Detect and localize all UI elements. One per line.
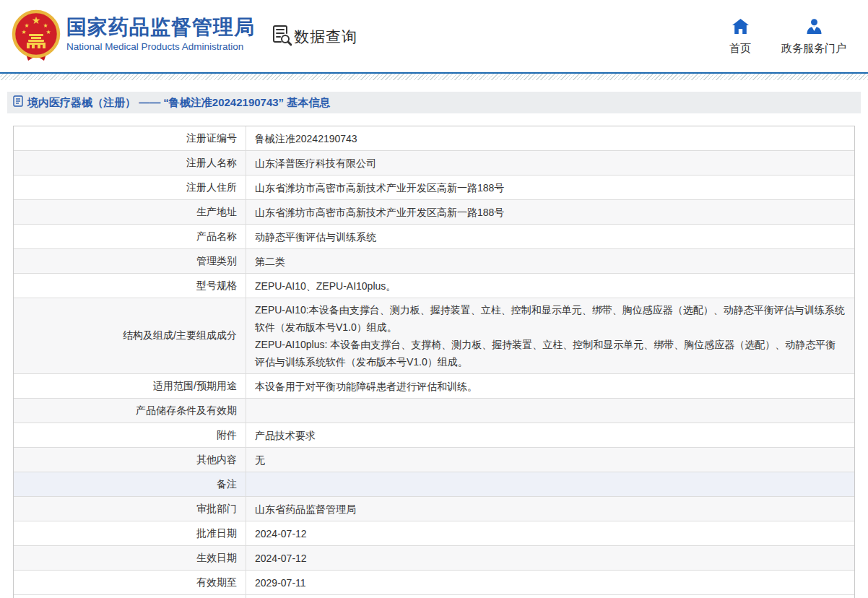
field-value: 第二类	[246, 249, 854, 273]
table-row: 生产地址 山东省潍坊市高密市高新技术产业开发区高新一路188号	[14, 200, 854, 225]
field-value: 山东泽普医疗科技有限公司	[246, 151, 854, 175]
table-row: 注册人住所 山东省潍坊市高密市高新技术产业开发区高新一路188号	[14, 176, 854, 200]
table-row: 注册人名称 山东泽普医疗科技有限公司	[14, 151, 854, 176]
table-row: 适用范围/预期用途 本设备用于对平衡功能障碍患者进行评估和训练。	[14, 374, 854, 399]
field-label: 生效日期	[14, 546, 246, 570]
svg-text:★: ★	[24, 22, 29, 29]
table-row: 注册证编号 鲁械注准20242190743	[14, 126, 854, 151]
field-label: 注册证编号	[14, 126, 246, 150]
field-label: 生产地址	[14, 200, 246, 224]
attachment-link[interactable]: 产品技术要求	[246, 423, 854, 447]
field-label: 注册人住所	[14, 176, 246, 199]
field-value: 动静态平衡评估与训练系统	[246, 225, 854, 248]
table-row: 产品名称 动静态平衡评估与训练系统	[14, 225, 854, 249]
field-value: 鲁械注准20242190743	[246, 126, 854, 150]
nav-item-portal[interactable]: 政务服务门户	[781, 19, 846, 56]
site-header: ★ ★ ★ ★ ★ 国家药品监督管理局 National Medical Pro…	[0, 0, 868, 72]
field-value: ZEPU-AI10、ZEPU-AI10plus。	[246, 274, 854, 298]
field-label: 型号规格	[14, 274, 246, 298]
svg-text:★: ★	[43, 22, 48, 29]
field-value	[246, 595, 854, 598]
field-value: 2029-07-11	[246, 571, 854, 594]
svg-text:★: ★	[21, 29, 26, 35]
table-row: 批准日期 2024-07-12	[14, 521, 854, 546]
table-row: 审批部门 山东省药品监督管理局	[14, 497, 854, 521]
field-value: 山东省潍坊市高密市高新技术产业开发区高新一路188号	[246, 176, 854, 199]
field-label: 批准日期	[14, 521, 246, 545]
field-label: 注册人名称	[14, 151, 246, 175]
field-value: 山东省药品监督管理局	[246, 497, 854, 521]
page-title: 境内医疗器械（注册） —— “鲁械注准20242190743” 基本信息	[27, 96, 330, 110]
table-row: 其他内容 无	[14, 448, 854, 472]
table-row: 有效期至 2029-07-11	[14, 571, 854, 595]
field-label: 备注	[14, 472, 246, 496]
table-row: 结构及组成/主要组成成分 ZEPU-AI10:本设备由支撑台、测力板、握持装置、…	[14, 298, 854, 374]
field-value: 2024-07-12	[246, 546, 854, 570]
field-label: 审批部门	[14, 497, 246, 521]
field-label: 适用范围/预期用途	[14, 374, 246, 398]
top-nav: 首页 政务服务门户	[729, 19, 846, 56]
hatch-divider	[0, 74, 868, 80]
field-label: 产品名称	[14, 225, 246, 248]
table-row: 生效日期 2024-07-12	[14, 546, 854, 571]
field-value: ZEPU-AI10:本设备由支撑台、测力板、握持装置、立柱、控制和显示单元、绑带…	[246, 298, 854, 373]
table-row: 型号规格 ZEPU-AI10、ZEPU-AI10plus。	[14, 274, 854, 298]
field-label: 结构及组成/主要组成成分	[14, 298, 246, 373]
user-icon	[807, 19, 822, 37]
org-name-en: National Medical Products Administration	[66, 41, 255, 52]
field-label: 管理类别	[14, 249, 246, 273]
brand-text: 国家药品监督管理局 National Medical Products Admi…	[66, 15, 255, 52]
home-icon	[732, 19, 749, 37]
table-row: 管理类别 第二类	[14, 249, 854, 274]
field-value: 2024-07-12	[246, 521, 854, 545]
field-label: 其他内容	[14, 448, 246, 472]
field-value: 山东省潍坊市高密市高新技术产业开发区高新一路188号	[246, 200, 854, 224]
field-value	[246, 399, 854, 422]
national-emblem-icon: ★ ★ ★ ★ ★	[9, 8, 64, 63]
field-label: 产品储存条件及有效期	[14, 399, 246, 422]
nav-label-home: 首页	[729, 42, 751, 56]
data-query-label: 数据查询	[294, 27, 357, 47]
document-search-icon	[272, 25, 292, 49]
page-title-banner: 境内医疗器械（注册） —— “鲁械注准20242190743” 基本信息	[7, 92, 861, 113]
field-value	[246, 472, 854, 496]
svg-text:★: ★	[45, 29, 51, 35]
field-label: 有效期至	[14, 571, 246, 594]
nav-item-home[interactable]: 首页	[729, 19, 751, 56]
table-row	[14, 595, 854, 598]
field-value: 本设备用于对平衡功能障碍患者进行评估和训练。	[246, 374, 854, 398]
field-value: 无	[246, 448, 854, 472]
field-label	[14, 595, 246, 598]
table-row: 备注	[14, 472, 854, 497]
svg-text:★: ★	[32, 14, 41, 26]
page: ★ ★ ★ ★ ★ 国家药品监督管理局 National Medical Pro…	[0, 0, 868, 598]
table-row: 产品储存条件及有效期	[14, 399, 854, 423]
field-label: 附件	[14, 423, 246, 447]
document-icon	[13, 95, 23, 110]
data-query-link[interactable]: 数据查询	[272, 25, 357, 49]
org-name-cn: 国家药品监督管理局	[66, 15, 255, 40]
nav-label-portal: 政务服务门户	[781, 42, 846, 56]
registration-info-table: 注册证编号 鲁械注准20242190743 注册人名称 山东泽普医疗科技有限公司…	[13, 126, 855, 598]
table-row: 附件 产品技术要求	[14, 423, 854, 448]
